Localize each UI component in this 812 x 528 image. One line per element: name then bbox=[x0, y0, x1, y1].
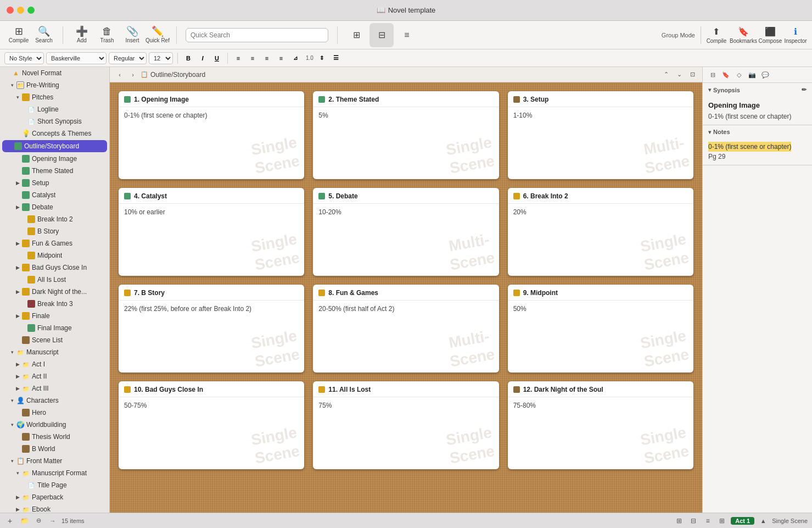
forward-button[interactable]: › bbox=[127, 69, 138, 80]
sidebar-item-midpoint[interactable]: Midpoint bbox=[0, 249, 109, 262]
expand-button[interactable]: ⊡ bbox=[687, 69, 698, 80]
bookmarks-button[interactable]: 🔖 Bookmarks bbox=[730, 23, 757, 47]
status-badge[interactable]: Act 1 bbox=[731, 517, 754, 525]
view-button[interactable]: ⊞ Compile bbox=[7, 23, 31, 47]
card-bad-guys-close-in[interactable]: 10. Bad Guys Close In 50-75% SingleScene bbox=[119, 381, 304, 469]
sidebar-item-break-into-3[interactable]: Break Into 3 bbox=[0, 298, 109, 310]
layout-button[interactable]: ⊞ bbox=[716, 515, 727, 526]
outline-view-button[interactable]: ≡ bbox=[395, 23, 419, 47]
font-select[interactable]: Baskerville bbox=[46, 52, 107, 64]
quick-search-input[interactable] bbox=[186, 28, 328, 42]
align-center-button[interactable]: ≡ bbox=[247, 52, 259, 64]
card-debate[interactable]: 5. Debate 10-20% Multi-Scene bbox=[313, 188, 499, 276]
window-controls[interactable] bbox=[7, 7, 35, 14]
compose-button[interactable]: ⬛ Compose bbox=[758, 23, 782, 47]
panel-icon-btn-4[interactable]: 📷 bbox=[747, 69, 758, 80]
statusbar-trash-button[interactable]: ⊖ bbox=[33, 515, 44, 526]
sidebar-item-act-i[interactable]: ▶ 📁 Act I bbox=[0, 358, 109, 370]
card-all-is-lost[interactable]: 11. All Is Lost 75% SingleScene bbox=[313, 381, 499, 469]
panel-icon-btn-5[interactable]: 💬 bbox=[760, 69, 771, 80]
card-break-into-2[interactable]: 6. Break Into 2 20% SingleScene bbox=[508, 188, 693, 276]
sidebar-item-all-is-lost[interactable]: All Is Lost bbox=[0, 274, 109, 286]
act-nav-up[interactable]: ▲ bbox=[758, 515, 769, 526]
sidebar-item-logline[interactable]: 📄 Logline bbox=[0, 103, 109, 115]
sidebar-item-novel-format[interactable]: ▲ Novel Format bbox=[0, 67, 109, 79]
weight-select[interactable]: Regular bbox=[109, 52, 147, 64]
sidebar-item-manuscript-format[interactable]: ▾ 📁 Manuscript Format bbox=[0, 467, 109, 479]
indent-button[interactable]: ⊿ bbox=[289, 52, 301, 64]
sidebar-item-final-image[interactable]: Final Image bbox=[0, 322, 109, 334]
synopsis-header[interactable]: ▾ Synopsis ✏ bbox=[703, 83, 812, 97]
sidebar-item-hero[interactable]: Hero bbox=[0, 407, 109, 419]
sidebar-item-ebook[interactable]: ▶ 📁 Ebook bbox=[0, 503, 109, 513]
sidebar-item-finale[interactable]: ▶ Finale bbox=[0, 310, 109, 322]
card-opening-image[interactable]: 1. Opening Image 0-1% (first scene or ch… bbox=[119, 91, 304, 179]
card-catalyst[interactable]: 4. Catalyst 10% or earlier SingleScene bbox=[119, 188, 304, 276]
sidebar-item-outline-storyboard[interactable]: Outline/Storyboard bbox=[2, 140, 107, 152]
split-up-button[interactable]: ⌃ bbox=[660, 69, 671, 80]
card-b-story[interactable]: 7. B Story 22% (first 25%, before or aft… bbox=[119, 285, 304, 373]
sidebar-item-concepts[interactable]: 💡 Concepts & Themes bbox=[0, 127, 109, 140]
sidebar-item-theme-stated[interactable]: Theme Stated bbox=[0, 165, 109, 177]
spacing-button[interactable]: ⇕ bbox=[316, 52, 328, 64]
view-mode-icon-button[interactable]: ⊞ bbox=[344, 23, 368, 47]
sidebar-item-pre-writing[interactable]: ▾ 📁 Pre-Writing bbox=[0, 79, 109, 91]
card-theme-stated[interactable]: 2. Theme Stated 5% SingleScene bbox=[313, 91, 499, 179]
sidebar-item-act-ii[interactable]: ▶ 📁 Act II bbox=[0, 370, 109, 382]
quickref-button[interactable]: ✏️ Quick Ref bbox=[145, 23, 170, 47]
split-down-button[interactable]: ⌄ bbox=[674, 69, 685, 80]
sidebar-item-catalyst[interactable]: Catalyst bbox=[0, 189, 109, 201]
statusbar-add-button[interactable]: + bbox=[4, 515, 15, 526]
sidebar-item-title-page[interactable]: 📄 Title Page bbox=[0, 479, 109, 491]
align-right-button[interactable]: ≡ bbox=[261, 52, 273, 64]
sidebar-item-bad-guys[interactable]: ▶ Bad Guys Close In bbox=[0, 262, 109, 274]
sidebar-item-dark-night[interactable]: ▶ Dark Night of the... bbox=[0, 286, 109, 298]
sidebar-item-b-world[interactable]: B World bbox=[0, 443, 109, 455]
list-button[interactable]: ☰ bbox=[330, 52, 342, 64]
sidebar-item-worldbuilding[interactable]: ▾ 🌍 Worldbuilding bbox=[0, 419, 109, 431]
sidebar-item-thesis-world[interactable]: Thesis World bbox=[0, 431, 109, 443]
statusbar-move-button[interactable]: → bbox=[47, 515, 58, 526]
sidebar-item-act-iii[interactable]: ▶ 📁 Act III bbox=[0, 382, 109, 394]
panel-icon-btn-1[interactable]: ⊟ bbox=[707, 69, 718, 80]
close-button[interactable] bbox=[7, 7, 14, 14]
card-fun-games[interactable]: 8. Fun & Games 20-50% (first half of Act… bbox=[313, 285, 499, 373]
sidebar-item-b-story[interactable]: B Story bbox=[0, 225, 109, 237]
maximize-button[interactable] bbox=[27, 7, 35, 14]
italic-button[interactable]: I bbox=[197, 52, 209, 64]
sidebar-item-paperback[interactable]: ▶ 📁 Paperback bbox=[0, 491, 109, 503]
size-select[interactable]: 12 bbox=[149, 52, 173, 64]
inspector-button[interactable]: ℹ Inspector bbox=[783, 23, 808, 47]
sidebar-item-manuscript[interactable]: ▾ 📁 Manuscript bbox=[0, 346, 109, 358]
sidebar-item-short-synopsis[interactable]: 📄 Short Synopsis bbox=[0, 115, 109, 127]
card-dark-night[interactable]: 12. Dark Night of the Soul 75-80% Single… bbox=[508, 381, 693, 469]
align-left-button[interactable]: ≡ bbox=[232, 52, 244, 64]
grid-view-button[interactable]: ⊞ bbox=[674, 515, 685, 526]
sidebar-item-fun-games[interactable]: ▶ Fun & Games bbox=[0, 237, 109, 249]
search-button[interactable]: 🔍 Search bbox=[32, 23, 56, 47]
panel-icon-btn-3[interactable]: ◇ bbox=[733, 69, 744, 80]
sidebar-item-break-into-2[interactable]: Break Into 2 bbox=[0, 213, 109, 225]
panel-icon-btn-2[interactable]: 🔖 bbox=[720, 69, 731, 80]
minimize-button[interactable] bbox=[17, 7, 24, 14]
sidebar-item-front-matter[interactable]: ▾ 📋 Front Matter bbox=[0, 455, 109, 467]
add-button[interactable]: ➕ Add bbox=[70, 23, 94, 47]
notes-header[interactable]: ▾ Notes bbox=[703, 125, 812, 138]
corkboard[interactable]: 1. Opening Image 0-1% (first scene or ch… bbox=[110, 82, 702, 513]
view-mode-button[interactable]: ≡ bbox=[702, 515, 713, 526]
insert-button[interactable]: 📎 Insert bbox=[120, 23, 144, 47]
sidebar-item-opening-image[interactable]: Opening Image bbox=[0, 153, 109, 165]
sidebar-item-setup[interactable]: ▶ Setup bbox=[0, 177, 109, 189]
card-setup[interactable]: 3. Setup 1-10% Multi-Scene bbox=[508, 91, 693, 179]
style-select[interactable]: No Style bbox=[4, 52, 44, 64]
sidebar-item-debate[interactable]: ▶ Debate bbox=[0, 201, 109, 213]
align-justify-button[interactable]: ≡ bbox=[275, 52, 287, 64]
card-midpoint[interactable]: 9. Midpoint 50% SingleScene bbox=[508, 285, 693, 373]
underline-button[interactable]: U bbox=[211, 52, 223, 64]
statusbar-folder-button[interactable]: 📁 bbox=[19, 515, 30, 526]
bold-button[interactable]: B bbox=[182, 52, 194, 64]
back-button[interactable]: ‹ bbox=[114, 69, 125, 80]
sidebar-item-pitches[interactable]: ▾ Pitches bbox=[0, 91, 109, 103]
compile-button[interactable]: ⬆ Compile bbox=[704, 23, 729, 47]
sidebar-item-scene-list[interactable]: Scene List bbox=[0, 334, 109, 346]
